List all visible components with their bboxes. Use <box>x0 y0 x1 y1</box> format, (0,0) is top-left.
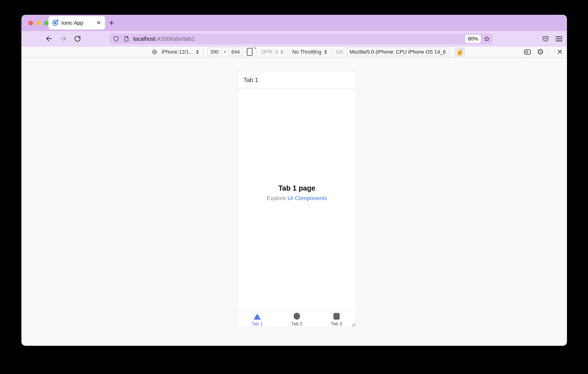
page-caption: Explore UI Components <box>237 195 356 201</box>
ionic-favicon-icon <box>52 20 58 26</box>
shield-icon[interactable] <box>113 36 119 42</box>
circle-icon <box>294 313 300 320</box>
square-icon <box>333 313 340 320</box>
page-info-icon[interactable] <box>123 36 129 42</box>
phone-header-title: Tab 1 <box>243 76 258 84</box>
triangle-icon <box>254 313 261 320</box>
rotate-viewport-icon[interactable] <box>247 48 252 56</box>
bookmark-star-icon[interactable] <box>484 36 490 42</box>
responsive-design-toolbar: iPhone 12/1... × DPR: 3 No Throttling UA… <box>21 47 567 58</box>
reload-button[interactable] <box>74 35 81 43</box>
dpr-stepper-icon[interactable] <box>280 50 284 54</box>
minimize-window-button[interactable] <box>36 21 41 25</box>
ui-components-link[interactable]: UI Components <box>288 195 327 201</box>
dpr-selector[interactable]: DPR: 3 <box>261 49 278 55</box>
browser-window: Ionic App ✕ + localhost:4200/tabs/tab1 8… <box>21 15 567 346</box>
rdm-left-group: iPhone 12/1... × DPR: 3 No Throttling UA… <box>152 47 465 57</box>
device-selector-stepper-icon[interactable] <box>196 50 199 54</box>
content-area: Tab 1 Tab 1 page Explore UI Components T… <box>21 58 567 345</box>
page-title: Tab 1 page <box>237 184 356 192</box>
tabbar-label: Tab 3 <box>331 321 342 326</box>
throttling-stepper-icon[interactable] <box>324 50 327 54</box>
screenshot-camera-icon[interactable] <box>524 48 531 56</box>
touch-simulation-button[interactable]: ☝ <box>455 47 465 57</box>
settings-gear-icon[interactable]: ⚙ <box>537 48 544 56</box>
phone-viewport: Tab 1 Tab 1 page Explore UI Components T… <box>237 71 357 328</box>
tabbar-label: Tab 2 <box>291 321 303 326</box>
menu-icon[interactable] <box>556 36 562 41</box>
window-titlebar: Ionic App ✕ + <box>21 15 567 31</box>
viewport-resize-handle[interactable] <box>350 321 356 327</box>
zoom-level-badge[interactable]: 80% <box>465 35 481 43</box>
back-button[interactable] <box>45 35 53 43</box>
viewport-width-input[interactable] <box>208 48 221 56</box>
url-text: localhost:4200/tabs/tab1 <box>133 36 465 42</box>
toolbar-right-icons <box>542 31 562 47</box>
traffic-lights <box>28 21 49 25</box>
tab-title: Ionic App <box>61 20 96 26</box>
touch-pointer-icon: ☝ <box>456 49 464 55</box>
browser-tab[interactable]: Ionic App ✕ <box>49 16 105 30</box>
url-bar[interactable]: localhost:4200/tabs/tab1 80% <box>110 33 493 44</box>
pocket-icon[interactable] <box>542 35 549 43</box>
rdm-right-group: ⚙ ✕ <box>524 48 563 56</box>
zoom-window-button[interactable] <box>44 21 49 25</box>
close-rdm-icon[interactable]: ✕ <box>557 48 563 55</box>
tabbar-label: Tab 1 <box>252 321 263 326</box>
throttling-selector[interactable]: No Throttling <box>292 49 321 55</box>
device-browser-icon <box>152 49 157 54</box>
phone-tabbar: Tab 1 Tab 2 Tab 3 <box>237 312 356 328</box>
separator <box>288 49 288 55</box>
viewport-height-input[interactable] <box>229 48 242 56</box>
new-tab-button[interactable]: + <box>106 17 117 28</box>
caption-prefix: Explore <box>267 195 288 201</box>
url-host: localhost <box>133 36 156 42</box>
url-path: :4200/tabs/tab1 <box>156 36 195 42</box>
separator <box>203 49 203 55</box>
ua-label: UA: <box>336 49 344 55</box>
tabbar-item-tab1[interactable]: Tab 1 <box>237 312 277 328</box>
user-agent-input[interactable] <box>347 48 449 56</box>
close-window-button[interactable] <box>28 21 33 25</box>
device-selector[interactable]: iPhone 12/1... <box>162 49 193 55</box>
navigation-toolbar: localhost:4200/tabs/tab1 80% <box>21 31 567 47</box>
separator <box>331 49 332 55</box>
forward-button[interactable] <box>59 35 67 43</box>
close-tab-icon[interactable]: ✕ <box>96 20 102 26</box>
dimensions-times-label: × <box>223 49 227 55</box>
phone-main-content: Tab 1 page Explore UI Components <box>237 184 356 201</box>
tabbar-item-tab2[interactable]: Tab 2 <box>277 312 316 328</box>
phone-header: Tab 1 <box>237 72 356 89</box>
separator <box>257 49 257 55</box>
separator <box>548 49 548 55</box>
